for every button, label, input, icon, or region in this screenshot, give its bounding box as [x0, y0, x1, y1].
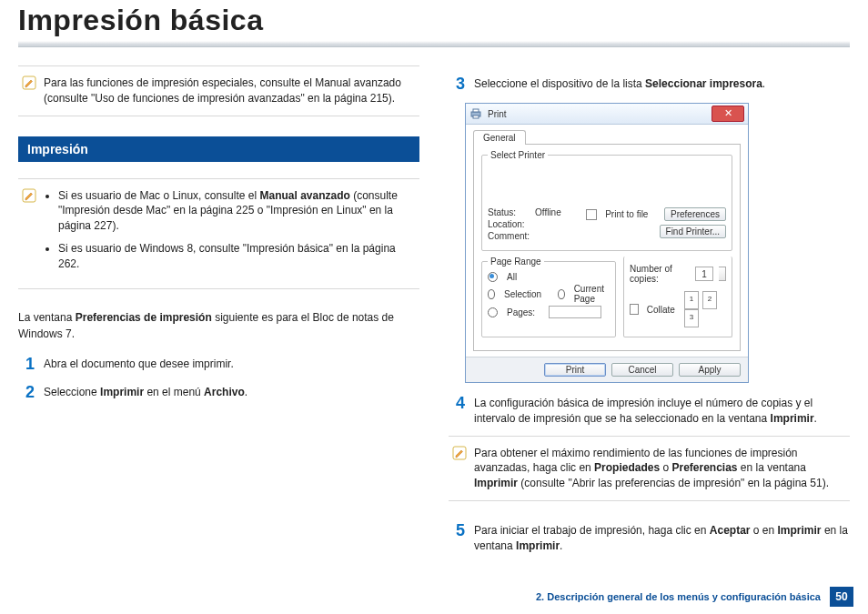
radio-selection[interactable]: [488, 289, 495, 299]
cancel-button[interactable]: Cancel: [611, 363, 673, 377]
group-label: Page Range: [488, 257, 544, 267]
group-label: Select Printer: [488, 150, 548, 160]
print-to-file-checkbox[interactable]: [586, 209, 597, 220]
svg-rect-3: [473, 109, 479, 112]
note-item-win8: Si es usuario de Windows 8, consulte "Im…: [58, 241, 416, 272]
chapter-label: 2. Descripción general de los menús y co…: [536, 591, 821, 602]
step-number: 4: [449, 394, 465, 413]
step-1: 1 Abra el documento que desee imprimir.: [18, 355, 419, 374]
step-4: 4 La configuración básica de impresión i…: [449, 394, 850, 427]
step-number: 3: [449, 75, 465, 94]
copies-spinner[interactable]: [719, 267, 726, 281]
printer-list[interactable]: [488, 164, 726, 206]
print-to-file-label: Print to file: [605, 209, 648, 219]
status-label: Status:: [488, 207, 530, 217]
print-dialog: Print ✕ General Select Printer Status:Of…: [465, 103, 749, 383]
note-text: Para obtener el máximo rendimiento de la…: [474, 446, 846, 491]
note-text: Para las funciones de impresión especial…: [44, 75, 416, 106]
pencil-icon: [22, 75, 36, 90]
pencil-icon: [452, 446, 467, 460]
step-2: 2 Seleccione Imprimir en el menú Archivo…: [18, 383, 419, 402]
note-item-mac-linux: Si es usuario de Mac o Linux, consulte e…: [58, 188, 416, 234]
close-button[interactable]: ✕: [712, 106, 744, 122]
title-rule: [18, 41, 850, 47]
step-3: 3 Seleccione el dispositivo de la lista …: [449, 75, 850, 94]
step-5: 5 Para iniciar el trabajo de impresión, …: [449, 521, 850, 554]
comment-label: Comment:: [488, 231, 530, 241]
section-heading: Impresión: [18, 136, 419, 162]
radio-selection-label: Selection: [504, 289, 541, 299]
printer-icon: [469, 107, 482, 120]
collate-icon: 123: [684, 291, 726, 327]
step-text: Para iniciar el trabajo de impresión, ha…: [474, 521, 850, 554]
status-value: Offline: [535, 207, 561, 217]
location-label: Location:: [488, 219, 530, 229]
apply-button[interactable]: Apply: [679, 363, 741, 377]
step-number: 2: [18, 383, 35, 402]
find-printer-button[interactable]: Find Printer...: [660, 225, 726, 238]
collate-label: Collate: [647, 305, 675, 315]
note-os: Si es usuario de Mac o Linux, consulte e…: [18, 178, 419, 289]
radio-all-label: All: [507, 272, 517, 282]
radio-pages-label: Pages:: [507, 307, 535, 317]
note-special-functions: Para las funciones de impresión especial…: [18, 65, 419, 116]
pencil-icon: [22, 188, 36, 203]
step-number: 5: [449, 521, 465, 540]
page-number: 50: [830, 587, 853, 607]
dialog-titlebar[interactable]: Print ✕: [466, 104, 748, 125]
svg-rect-4: [473, 116, 479, 118]
step-text: Abra el documento que desee imprimir.: [44, 355, 419, 372]
page-footer: 2. Descripción general de los menús y co…: [536, 587, 853, 607]
intro-text: La ventana Preferencias de impresión sig…: [18, 309, 419, 342]
note-advanced: Para obtener el máximo rendimiento de la…: [449, 436, 850, 501]
radio-current-label: Current Page: [574, 284, 610, 304]
step-number: 1: [18, 355, 35, 374]
print-button[interactable]: Print: [544, 363, 606, 377]
note-list: Si es usuario de Mac o Linux, consulte e…: [44, 188, 416, 279]
radio-pages[interactable]: [488, 307, 498, 317]
collate-checkbox[interactable]: [630, 304, 639, 315]
dialog-title: Print: [488, 109, 507, 119]
page-title: Impresión básica: [18, 4, 850, 37]
group-page-range: Page Range All Selection Current Page Pa…: [481, 257, 616, 337]
step-text: La configuración básica de impresión inc…: [474, 394, 850, 427]
group-copies: Number of copies: 1 Collate 123: [623, 257, 732, 337]
copies-input[interactable]: 1: [695, 267, 714, 281]
group-select-printer: Select Printer Status:Offline Location: …: [481, 150, 732, 251]
step-text: Seleccione el dispositivo de la lista Se…: [474, 75, 850, 92]
copies-label: Number of copies:: [630, 264, 679, 284]
preferences-button[interactable]: Preferences: [664, 207, 726, 221]
radio-all[interactable]: [488, 272, 498, 282]
step-text: Seleccione Imprimir en el menú Archivo.: [44, 383, 419, 400]
pages-input[interactable]: [549, 306, 601, 318]
radio-current-page[interactable]: [558, 289, 565, 299]
tab-general[interactable]: General: [473, 130, 526, 145]
